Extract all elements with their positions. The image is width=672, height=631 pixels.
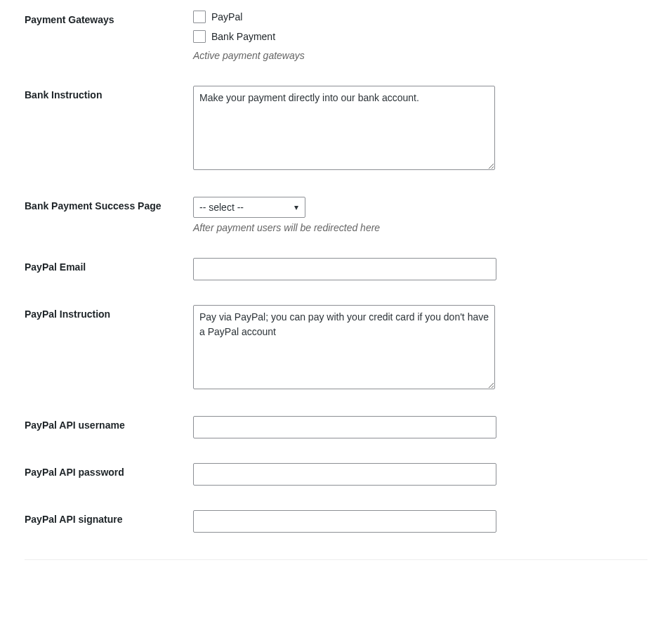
label-paypal-api-password: PayPal API password <box>0 453 193 500</box>
label-paypal-instruction: PayPal Instruction <box>0 294 193 405</box>
label-paypal-email: PayPal Email <box>0 247 193 294</box>
select-bank-success-page[interactable]: -- select -- <box>193 197 305 218</box>
input-paypal-api-username[interactable] <box>193 416 496 438</box>
gateways-description: Active payment gateways <box>193 50 665 61</box>
bank-success-description: After payment users will be redirected h… <box>193 222 665 233</box>
label-bank-success-page: Bank Payment Success Page <box>0 186 193 247</box>
checkbox-bank-payment[interactable] <box>193 30 206 43</box>
section-divider <box>25 559 647 560</box>
label-paypal-api-signature: PayPal API signature <box>0 500 193 547</box>
checkbox-label-bank[interactable]: Bank Payment <box>211 31 275 42</box>
input-paypal-email[interactable] <box>193 258 496 280</box>
textarea-bank-instruction[interactable] <box>193 86 495 170</box>
label-paypal-api-username: PayPal API username <box>0 405 193 453</box>
input-paypal-api-signature[interactable] <box>193 510 496 533</box>
checkbox-paypal[interactable] <box>193 11 206 23</box>
settings-form-table: Payment Gateways PayPal Bank Payment Act… <box>0 0 672 547</box>
label-payment-gateways: Payment Gateways <box>0 0 193 75</box>
input-paypal-api-password[interactable] <box>193 463 496 486</box>
label-bank-instruction: Bank Instruction <box>0 75 193 186</box>
textarea-paypal-instruction[interactable] <box>193 305 495 389</box>
checkbox-label-paypal[interactable]: PayPal <box>211 11 242 22</box>
